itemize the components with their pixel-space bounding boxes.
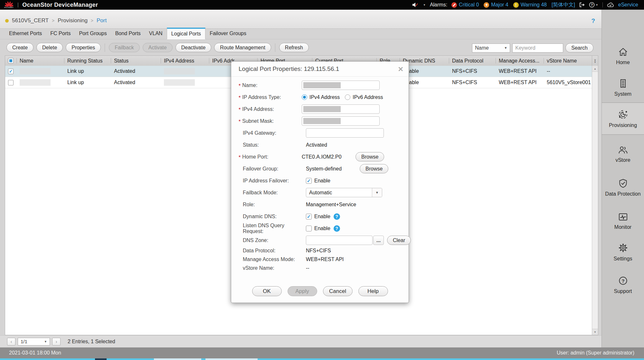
row-checkbox[interactable] [8, 80, 14, 85]
field-label: Name: [239, 83, 302, 88]
close-icon[interactable]: ✕ [398, 66, 403, 73]
field-dynamic-dns: Dynamic DNS: Enable ? [239, 210, 405, 222]
ipv4-address-input[interactable] [302, 104, 380, 114]
failback-button[interactable]: Failback [109, 43, 140, 52]
column-header-status[interactable]: Status [111, 56, 161, 66]
scroll-down-icon[interactable]: ▼ [592, 329, 598, 335]
subnet-mask-input[interactable] [302, 116, 380, 126]
dns-zone-clear-button[interactable]: Clear [387, 236, 411, 245]
properties-button[interactable]: Properties [66, 43, 101, 52]
listen-dns-query-checkbox[interactable] [306, 226, 312, 231]
column-header-name[interactable]: Name [16, 56, 64, 66]
route-management-button[interactable]: Route Management [214, 43, 271, 52]
help-icon[interactable]: ? [334, 225, 340, 232]
table-cell-data_protocol: NFS+CIFS [449, 68, 496, 74]
eservice-cloud-icon[interactable] [607, 3, 614, 7]
column-header-ipv4-address[interactable]: IPv4 Address [161, 56, 209, 66]
chevron-right-icon: > [91, 18, 93, 23]
sidebar-item-home[interactable]: Home [602, 44, 644, 68]
delete-button[interactable]: Delete [36, 43, 63, 52]
breadcrumb-bar: 5610V5_CERT > Provisioning > Port ? [0, 10, 601, 29]
scroll-up-icon[interactable]: ▲ [592, 66, 598, 72]
redacted-value [303, 82, 341, 88]
logout-icon[interactable] [579, 2, 585, 7]
field-status: Status: Activated [239, 139, 405, 151]
vertical-scrollbar[interactable]: ▲ ▼ [592, 66, 598, 335]
svg-text:?: ? [621, 278, 624, 283]
breadcrumb-section[interactable]: Provisioning [58, 17, 88, 24]
ipv6-address-radio[interactable] [345, 94, 350, 100]
sidebar-item-support[interactable]: ?Support [602, 273, 644, 297]
tab-failover-groups[interactable]: Failover Groups [205, 28, 251, 39]
help-button[interactable]: Help [358, 286, 388, 296]
help-menu-icon[interactable]: ?▼ [589, 2, 598, 8]
language-switch[interactable]: [简体中文] [552, 2, 575, 8]
logical-port-properties-dialog: Logical Port Properties: 129.115.56.1 ✕ … [231, 61, 409, 303]
alarm-critical[interactable]: Critical 0 [451, 2, 479, 8]
page-select[interactable]: 1/1 ▼ [18, 338, 50, 345]
row-select-cell [5, 80, 16, 85]
tab-ethernet-ports[interactable]: Ethernet Ports [5, 28, 46, 39]
provisioning-icon [618, 109, 628, 120]
eservice-link[interactable]: eService [618, 2, 638, 8]
sidebar-item-label: Monitor [614, 224, 631, 230]
ipv4-address-radio[interactable] [302, 94, 307, 100]
alarm-major[interactable]: Major 4 [484, 2, 508, 8]
search-button[interactable]: Search [565, 43, 593, 53]
select-all-checkbox[interactable] [8, 58, 14, 63]
vstore-icon [618, 145, 628, 154]
next-page-button[interactable]: › [52, 338, 61, 345]
sidebar-item-monitor[interactable]: Monitor [602, 209, 644, 233]
breadcrumb-page[interactable]: Port [97, 17, 107, 24]
dns-zone-browse-icon[interactable]: ... [373, 236, 384, 245]
field-label: Status: [239, 142, 306, 148]
select-all-cell [5, 56, 16, 66]
column-header-vstore-name[interactable]: vStore Name [544, 56, 593, 66]
sidebar-item-settings[interactable]: Settings [602, 240, 644, 264]
home-port-browse-button[interactable]: Browse [355, 152, 384, 161]
vstore-name-value: -- [306, 265, 309, 271]
dns-zone-input[interactable] [306, 236, 373, 245]
prev-page-button[interactable]: ‹ [7, 338, 15, 345]
apply-button[interactable]: Apply [288, 286, 317, 296]
sidebar-item-vstore[interactable]: vStore [602, 142, 644, 166]
tab-bond-ports[interactable]: Bond Ports [111, 28, 145, 39]
name-input[interactable] [302, 81, 380, 90]
field-ipv4-gateway: IPv4 Gateway: [239, 127, 405, 139]
alarm-warning[interactable]: Warning 48 [513, 2, 547, 8]
ip-address-failover-checkbox[interactable] [306, 178, 312, 184]
row-checkbox[interactable] [8, 69, 14, 74]
refresh-button[interactable]: Refresh [279, 43, 309, 52]
column-header-running-status[interactable]: Running Status [64, 56, 111, 66]
failback-mode-select[interactable]: Automatic ▼ [306, 188, 382, 197]
sidebar-item-label: Home [616, 60, 630, 65]
tab-logical-ports[interactable]: Logical Ports [167, 28, 206, 39]
ok-button[interactable]: OK [252, 286, 282, 296]
help-icon[interactable]: ? [334, 213, 340, 220]
dynamic-dns-checkbox[interactable] [306, 214, 312, 219]
column-header-data-protocol[interactable]: Data Protocol [449, 56, 496, 66]
tab-fc-ports[interactable]: FC Ports [46, 28, 75, 39]
sidebar-item-provisioning[interactable]: Provisioning [602, 102, 644, 135]
column-settings-icon[interactable]: ∨∨ [592, 56, 598, 66]
speaker-muted-icon[interactable] [412, 2, 418, 7]
ipv4-gateway-input[interactable] [306, 128, 384, 138]
activate-button[interactable]: Activate [143, 43, 173, 52]
sidebar-item-data-protection[interactable]: Data Protection [602, 176, 644, 199]
page-help-icon[interactable]: ? [591, 17, 595, 24]
chevron-down-icon[interactable]: ▼ [372, 188, 382, 197]
cancel-button[interactable]: Cancel [323, 286, 353, 296]
sidebar-item-system[interactable]: System [602, 76, 644, 99]
breadcrumb-device[interactable]: 5610V5_CERT [12, 17, 49, 24]
deactivate-button[interactable]: Deactivate [175, 43, 212, 52]
column-header-manage-access[interactable]: Manage Access... [496, 56, 544, 66]
table-cell-status: Activated [111, 80, 161, 85]
speaker-caret-icon[interactable]: ▼ [423, 4, 426, 6]
failover-group-browse-button[interactable]: Browse [360, 164, 388, 173]
tab-vlan[interactable]: VLAN [145, 28, 167, 39]
filter-field-select[interactable]: Name ▼ [472, 44, 510, 53]
tab-port-groups[interactable]: Port Groups [75, 28, 111, 39]
create-button[interactable]: Create [6, 43, 33, 52]
keyword-input[interactable] [512, 44, 563, 53]
top-bar: HUAWEI | OceanStor DeviceManager ▼ Alarm… [0, 0, 644, 10]
